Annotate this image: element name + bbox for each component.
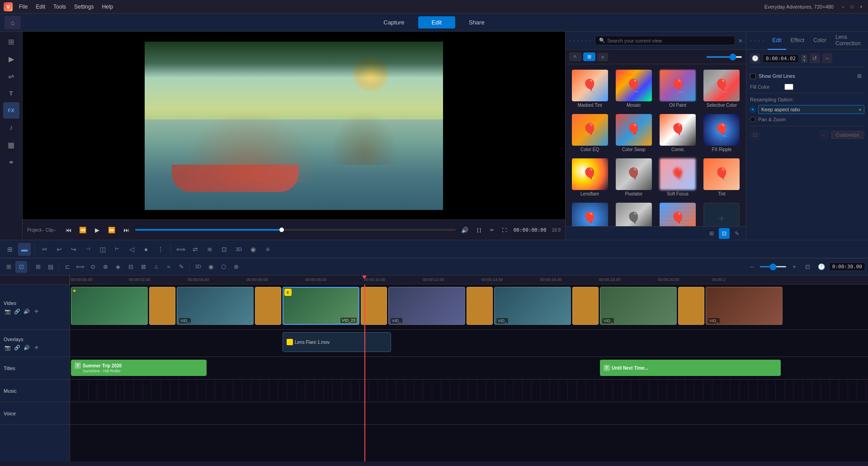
sidebar-icon-transitions[interactable]: ⇌ bbox=[3, 68, 19, 84]
tl-clock-btn[interactable]: 🕐 bbox=[816, 261, 827, 273]
tab-edit[interactable]: Edit bbox=[768, 32, 786, 50]
effect-mosaic[interactable]: 🎈 Mosaic bbox=[613, 68, 654, 109]
video-clip-1[interactable]: ★ bbox=[71, 287, 148, 325]
title-clip-1[interactable]: T Summer Trip 2020 Sunshine - Hill Rolle… bbox=[71, 360, 207, 376]
trim-left-btn[interactable]: ◁ bbox=[125, 243, 138, 256]
video-clip-2[interactable] bbox=[149, 287, 175, 325]
record-btn[interactable]: ● bbox=[140, 243, 152, 256]
tl-add-track-btn[interactable]: ⊞ bbox=[3, 261, 14, 273]
effect-comic[interactable]: 🎈 Comic bbox=[657, 112, 698, 154]
tab-effect[interactable]: Effect bbox=[786, 32, 809, 50]
effect-monochrome[interactable]: 🎈 Monochrome bbox=[613, 201, 654, 226]
media-room-btn[interactable]: ⊞ bbox=[4, 243, 16, 256]
tl-video-btn[interactable]: ⊠ bbox=[137, 261, 149, 273]
tl-video-chain-icon[interactable]: 🔗 bbox=[13, 308, 21, 316]
tl-expand-btn[interactable]: ⊞ bbox=[32, 261, 44, 273]
capture-tab[interactable]: Capture bbox=[370, 16, 418, 29]
mark-out-btn[interactable]: ⊢ bbox=[111, 243, 123, 256]
pan-zoom-radio[interactable] bbox=[750, 117, 755, 122]
sidebar-icon-links[interactable]: ⚭ bbox=[3, 154, 19, 170]
video-clip-13[interactable]: VID_ bbox=[706, 287, 783, 325]
split-btn[interactable]: ◫ bbox=[96, 243, 109, 256]
tl-fx-btn[interactable]: ⊕ bbox=[230, 261, 242, 273]
video-clip-10[interactable] bbox=[572, 287, 599, 325]
effect-tint[interactable]: 🎈 Tint bbox=[701, 157, 742, 198]
flip-horizontal-icon[interactable]: ↔ bbox=[822, 53, 832, 63]
effects-active-btn[interactable]: ⊡ bbox=[719, 228, 730, 239]
effect-fx-ripple[interactable]: 🎈 FX Ripple bbox=[701, 112, 742, 154]
effects-grid-btn[interactable]: ⊞ bbox=[583, 52, 595, 61]
show-grid-lines-checkbox[interactable] bbox=[750, 73, 756, 79]
tl-overlay-chain-icon[interactable]: 🔗 bbox=[13, 344, 21, 352]
effect-add-more[interactable]: + bbox=[701, 201, 742, 226]
skip-start-button[interactable]: ⏮ bbox=[63, 224, 74, 235]
effect-oil-paint[interactable]: 🎈 Oil Paint bbox=[657, 68, 698, 109]
tl-audio-btn[interactable]: ♫ bbox=[150, 261, 162, 273]
swap-clip-btn[interactable]: ⇄ bbox=[189, 243, 202, 256]
menu-settings[interactable]: Settings bbox=[71, 3, 97, 11]
menu-tools[interactable]: Tools bbox=[50, 3, 70, 11]
tl-zoom-slider[interactable] bbox=[760, 266, 787, 267]
effects-edit-btn[interactable]: ✎ bbox=[731, 228, 742, 239]
play-button[interactable]: ▶ bbox=[92, 224, 103, 235]
close-button[interactable]: × bbox=[858, 4, 864, 10]
tl-zoom-out-btn[interactable]: – bbox=[746, 261, 758, 273]
effect-soft-focus[interactable]: 🎈 Soft Focus bbox=[657, 157, 698, 198]
tl-video-lock-icon[interactable]: ✚ bbox=[32, 308, 40, 316]
sidebar-icon-media[interactable]: ⊞ bbox=[3, 33, 19, 50]
home-button[interactable]: ⌂ bbox=[5, 16, 21, 29]
tl-edit-btn[interactable]: ✎ bbox=[175, 261, 187, 273]
effect-ripple[interactable]: 🎈 Ripple bbox=[657, 201, 698, 226]
tl-zoom-in-btn[interactable]: + bbox=[788, 261, 800, 273]
video-clip-3[interactable]: VID_ bbox=[177, 287, 254, 325]
mask-btn[interactable]: ◉ bbox=[247, 243, 259, 256]
multi-trim-btn[interactable]: ⋮ bbox=[154, 243, 167, 256]
tl-paint-btn[interactable]: ⬡ bbox=[217, 261, 229, 273]
title-clip-2[interactable]: T Until Next Time... bbox=[600, 360, 781, 376]
mark-in-btn[interactable]: ⊣ bbox=[82, 243, 94, 256]
sidebar-icon-titles[interactable]: T bbox=[3, 85, 19, 101]
effects-grid-view-btn[interactable]: ⊞ bbox=[706, 228, 717, 239]
volume-button[interactable]: 🔊 bbox=[459, 224, 470, 235]
video-clip-6[interactable] bbox=[361, 287, 387, 325]
tl-markers-btn[interactable]: ◈ bbox=[112, 261, 124, 273]
video-clip-5[interactable]: E VID_23 bbox=[283, 287, 359, 325]
sidebar-icon-audio[interactable]: ♪ bbox=[3, 119, 19, 136]
video-clip-9[interactable]: VID_ bbox=[494, 287, 571, 325]
effects-list-btn[interactable]: ≡ bbox=[597, 53, 608, 61]
tl-3d-btn[interactable]: 3D bbox=[192, 261, 204, 273]
effect-pixelator[interactable]: 🎈 Pixelator bbox=[613, 157, 654, 198]
timeline-view-btn[interactable]: ▬ bbox=[18, 243, 31, 256]
effect-add-button[interactable]: + bbox=[703, 203, 740, 226]
tl-overlay-volume-icon[interactable]: 🔊 bbox=[23, 344, 31, 352]
3d-btn[interactable]: 3D bbox=[232, 243, 245, 256]
tl-storyboard-btn[interactable]: ⊡ bbox=[15, 261, 27, 273]
menu-edit[interactable]: Edit bbox=[32, 3, 49, 11]
maximize-button[interactable]: □ bbox=[849, 4, 855, 10]
effects-close-button[interactable]: × bbox=[739, 37, 742, 44]
tl-fit-btn[interactable]: ⊡ bbox=[802, 261, 814, 273]
video-clip-12[interactable] bbox=[678, 287, 704, 325]
fill-color-swatch[interactable] bbox=[784, 84, 793, 90]
effect-masked-tint[interactable]: 🎈 Masked Tint bbox=[569, 68, 610, 109]
tl-link-btn[interactable]: ⊙ bbox=[87, 261, 99, 273]
effect-selective-color[interactable]: 🎈 Selective Color bbox=[701, 68, 742, 109]
progress-bar[interactable] bbox=[135, 229, 455, 231]
keep-aspect-radio[interactable] bbox=[750, 107, 755, 112]
tl-group-btn[interactable]: ⊗ bbox=[99, 261, 111, 273]
redo-btn[interactable]: ↪ bbox=[67, 243, 80, 256]
mark-in-btn[interactable]: [ ] bbox=[474, 224, 485, 235]
tab-color[interactable]: Color bbox=[809, 32, 831, 50]
video-clip-8[interactable] bbox=[467, 287, 493, 325]
effects-view-icon[interactable]: ↖ bbox=[569, 52, 581, 61]
keep-aspect-dropdown[interactable]: Keep aspect ratio ▾ bbox=[758, 105, 864, 114]
sidebar-icon-split[interactable]: ▦ bbox=[3, 137, 19, 153]
pip-btn[interactable]: ⊡ bbox=[218, 243, 231, 256]
tab-lens-correction[interactable]: Lens Correction bbox=[831, 32, 868, 50]
time-stepper[interactable]: ▲ ▼ bbox=[802, 55, 807, 62]
effect-lens-correction[interactable]: 🎈 Lens Correction bbox=[569, 201, 610, 226]
video-clip-7[interactable]: VID_ bbox=[388, 287, 465, 325]
customize-button[interactable]: Customize bbox=[831, 131, 864, 139]
undo-icon[interactable]: ↺ bbox=[810, 53, 820, 63]
effects-size-slider[interactable] bbox=[706, 56, 742, 58]
